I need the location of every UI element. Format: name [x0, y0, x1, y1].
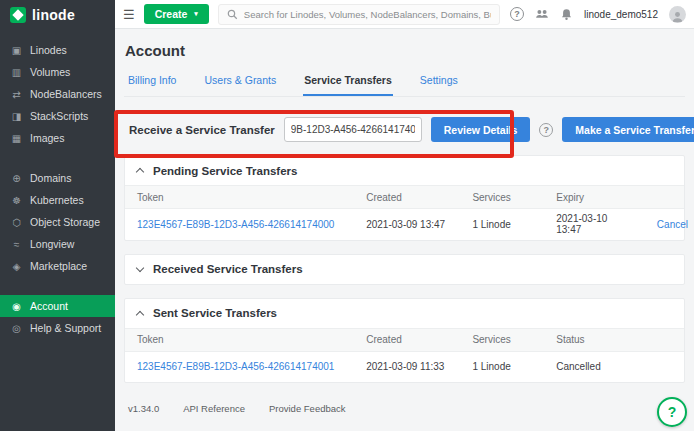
sidebar-item-label: Images [30, 132, 64, 144]
linode-logo-icon [10, 7, 26, 23]
sidebar-item-domains[interactable]: ⊕ Domains [0, 167, 115, 189]
col-header-services: Services [460, 328, 544, 351]
help-bubble-button[interactable]: ? [657, 397, 687, 427]
logo-text: linode [32, 7, 75, 23]
received-transfers-panel: Received Service Transfers [124, 254, 685, 285]
pending-transfers-table: Token Created Services Expiry 123E4567-E… [125, 185, 684, 240]
sidebar-nav: ▣ Linodes ▥ Volumes ⇄ NodeBalancers ◨ St… [0, 39, 115, 339]
sidebar-item-label: Kubernetes [30, 194, 84, 206]
tab-settings[interactable]: Settings [419, 68, 459, 96]
sidebar-item-images[interactable]: ▦ Images [0, 127, 115, 149]
sidebar-item-label: Linodes [30, 44, 67, 56]
account-icon: ◉ [10, 301, 23, 312]
volumes-icon: ▥ [10, 67, 23, 78]
cancel-link[interactable]: Cancel [657, 219, 688, 230]
linodes-icon: ▣ [10, 45, 23, 56]
col-header-expiry: Expiry [544, 186, 645, 209]
token-link[interactable]: 123E4567-E89B-12D3-A456-426614174000 [137, 219, 334, 230]
longview-icon: ≈ [10, 239, 23, 250]
kubernetes-icon: ☸ [10, 195, 23, 206]
table-row: 123E4567-E89B-12D3-A456-426614174000 202… [125, 209, 684, 240]
notifications-bell-icon[interactable] [560, 8, 573, 21]
provide-feedback-link[interactable]: Provide Feedback [269, 403, 346, 414]
tab-service-transfers[interactable]: Service Transfers [303, 68, 393, 96]
create-button[interactable]: Create ▾ [144, 4, 209, 24]
sidebar-item-kubernetes[interactable]: ☸ Kubernetes [0, 189, 115, 211]
user-avatar[interactable] [669, 6, 686, 23]
sidebar-divider [0, 277, 115, 295]
sent-panel-toggle[interactable]: Sent Service Transfers [125, 299, 684, 328]
images-icon: ▦ [10, 133, 23, 144]
search-input[interactable] [244, 9, 491, 20]
col-header-services: Services [460, 186, 544, 209]
chevron-down-icon: ▾ [194, 10, 198, 18]
stackscripts-icon: ◨ [10, 111, 23, 122]
sidebar: linode ▣ Linodes ▥ Volumes ⇄ NodeBalance… [0, 0, 115, 431]
sidebar-item-account[interactable]: ◉ Account [0, 295, 115, 317]
chevron-up-icon [136, 168, 144, 176]
sidebar-item-label: Domains [30, 172, 71, 184]
topbar: ☰ Create ▾ ? linode_demo512 [115, 0, 694, 29]
community-icon[interactable] [535, 7, 549, 21]
sidebar-item-linodes[interactable]: ▣ Linodes [0, 39, 115, 61]
page-title: Account [125, 42, 685, 59]
sidebar-item-volumes[interactable]: ▥ Volumes [0, 61, 115, 83]
col-header-created: Created [354, 186, 460, 209]
make-service-transfer-button[interactable]: Make a Service Transfer [562, 117, 694, 142]
sidebar-item-label: StackScripts [30, 110, 88, 122]
col-header-token: Token [125, 328, 354, 351]
question-icon: ? [668, 404, 677, 420]
received-panel-toggle[interactable]: Received Service Transfers [125, 255, 684, 284]
receive-transfer-row: Receive a Service Transfer Review Detail… [124, 117, 685, 142]
sidebar-item-label: Account [30, 300, 68, 312]
panel-title: Pending Service Transfers [153, 165, 297, 177]
tab-billing-info[interactable]: Billing Info [127, 68, 177, 96]
token-link[interactable]: 123E4567-E89B-12D3-A456-426614174001 [137, 361, 334, 372]
status-cell: Cancelled [544, 351, 684, 382]
table-header-row: Token Created Services Status [125, 328, 684, 351]
nodebalancers-icon: ⇄ [10, 89, 23, 100]
sidebar-item-marketplace[interactable]: ◈ Marketplace [0, 255, 115, 277]
expiry-cell: 2021-03-10 13:47 [544, 209, 645, 240]
sidebar-item-longview[interactable]: ≈ Longview [0, 233, 115, 255]
sidebar-item-stackscripts[interactable]: ◨ StackScripts [0, 105, 115, 127]
table-row: 123E4567-E89B-12D3-A456-426614174001 202… [125, 351, 684, 382]
col-header-created: Created [354, 328, 460, 351]
col-header-token: Token [125, 186, 354, 209]
panel-title: Received Service Transfers [153, 263, 303, 275]
api-reference-link[interactable]: API Reference [183, 403, 245, 414]
help-question-icon[interactable]: ? [510, 7, 524, 21]
sidebar-item-nodebalancers[interactable]: ⇄ NodeBalancers [0, 83, 115, 105]
transfer-help-icon[interactable]: ? [539, 123, 553, 137]
col-header-action [645, 186, 684, 209]
panel-title: Sent Service Transfers [153, 307, 277, 319]
domains-icon: ⊕ [10, 173, 23, 184]
topbar-right-group: ? linode_demo512 [510, 6, 686, 23]
linode-logo[interactable]: linode [0, 0, 115, 29]
hamburger-menu-icon[interactable]: ☰ [123, 8, 135, 21]
sidebar-item-label: Help & Support [30, 322, 101, 334]
sent-transfers-table: Token Created Services Status 123E4567-E… [125, 328, 684, 383]
sidebar-item-label: Object Storage [30, 216, 100, 228]
search-box[interactable] [218, 4, 500, 25]
sidebar-item-label: Volumes [30, 66, 70, 78]
sidebar-item-label: NodeBalancers [30, 88, 102, 100]
page-footer: v1.34.0 API Reference Provide Feedback [124, 398, 685, 419]
version-label: v1.34.0 [128, 403, 159, 414]
review-details-button[interactable]: Review Details [431, 117, 531, 142]
object-storage-icon: ⬡ [10, 217, 23, 228]
help-support-icon: ◎ [10, 323, 23, 334]
username-label[interactable]: linode_demo512 [584, 9, 658, 20]
sidebar-item-label: Marketplace [30, 260, 87, 272]
table-header-row: Token Created Services Expiry [125, 186, 684, 209]
tab-users-grants[interactable]: Users & Grants [203, 68, 277, 96]
marketplace-icon: ◈ [10, 261, 23, 272]
services-cell: 1 Linode [460, 351, 544, 382]
transfer-token-input[interactable] [284, 117, 422, 142]
sidebar-item-help-support[interactable]: ◎ Help & Support [0, 317, 115, 339]
pending-panel-toggle[interactable]: Pending Service Transfers [125, 156, 684, 185]
sent-transfers-panel: Sent Service Transfers Token Created Ser… [124, 298, 685, 384]
receive-transfer-label: Receive a Service Transfer [129, 124, 275, 136]
sidebar-item-object-storage[interactable]: ⬡ Object Storage [0, 211, 115, 233]
sidebar-item-label: Longview [30, 238, 74, 250]
